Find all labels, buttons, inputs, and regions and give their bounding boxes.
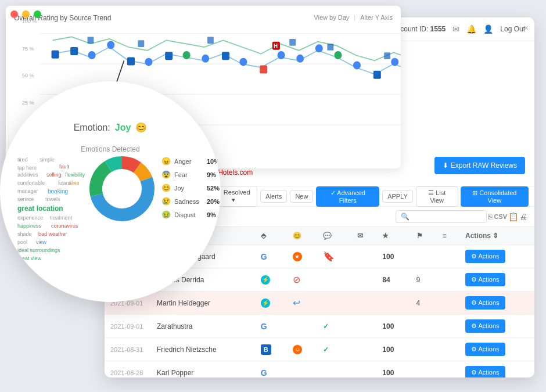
word-simple: simple [39, 157, 55, 163]
donut-chart [87, 154, 157, 224]
disgust-icon: 🤢 [161, 210, 171, 219]
row-bookmark: 🔖 [317, 245, 351, 268]
word-view: view [36, 239, 46, 245]
word-manager: manager [17, 188, 38, 194]
svg-rect-4 [52, 51, 59, 59]
consolidated-view-btn[interactable]: ⊞ Consolidated View [461, 186, 529, 207]
row-flag [411, 315, 437, 338]
row-emotion: ⊘ [287, 268, 317, 292]
row-flag [411, 361, 437, 378]
word-pool: pool [17, 239, 27, 245]
anger-icon: 😠 [161, 157, 171, 166]
row-src1: ⚡ [255, 292, 287, 315]
csv-icon[interactable]: CSV [494, 213, 507, 220]
row-score: 100 [376, 245, 410, 268]
maximize-dot[interactable] [34, 10, 41, 18]
list-view-btn[interactable]: ☰ List View [416, 186, 458, 207]
table-export-icon[interactable]: 📋 [508, 212, 518, 221]
alter-y-axis[interactable]: Alter Y Axis [360, 14, 393, 21]
col-extra1: ⚑ [411, 227, 437, 245]
svg-point-22 [391, 58, 398, 66]
actions-button[interactable]: ⚙ Actions [465, 273, 505, 286]
col-mail: ✉ [351, 227, 377, 245]
window-controls [10, 10, 41, 18]
svg-point-17 [296, 55, 304, 63]
svg-rect-27 [289, 39, 296, 46]
row-mail [351, 361, 377, 378]
logout-button[interactable]: Log Out [500, 25, 525, 33]
search-input-wrap: 🔍 [396, 210, 487, 223]
row-extra [437, 245, 459, 268]
actions-button[interactable]: ⚙ Actions [465, 343, 505, 356]
word-coronavirus: coronavirus [51, 223, 78, 229]
view-by-day[interactable]: View by Day [314, 14, 349, 21]
actions-button[interactable]: ⚙ Actions [465, 296, 505, 310]
panel-close-button[interactable]: × [524, 23, 529, 33]
joy-icon: 😊 [161, 184, 171, 192]
minimize-dot[interactable] [22, 10, 30, 18]
word-towels: towels [45, 196, 60, 202]
emotion-header: Emotion: Joy 😊 [74, 122, 148, 133]
svg-rect-21 [373, 71, 381, 79]
row-mail [351, 315, 377, 338]
row-extra [437, 361, 459, 378]
word-additives: additives [17, 172, 38, 178]
bell-icon[interactable]: 🔔 [466, 24, 476, 34]
row-src1: B [255, 338, 287, 361]
print-icon[interactable]: 🖨 [519, 212, 527, 221]
svg-point-19 [334, 51, 342, 59]
row-score: 100 [376, 361, 410, 378]
actions-button[interactable]: ⚙ Actions [465, 366, 505, 377]
svg-rect-29 [384, 52, 390, 59]
row-score: 100 [376, 315, 410, 338]
row-extra [437, 315, 459, 338]
row-name: Friedrich Nietzsche [151, 338, 255, 361]
export-raw-reviews-button[interactable]: ⬇ Export RAW Reviews [434, 157, 525, 174]
row-flag [411, 338, 437, 361]
new-filter-btn[interactable]: New [290, 190, 313, 203]
user-icon[interactable]: 👤 [483, 24, 493, 34]
row-emotion: ☺ [287, 338, 317, 361]
row-extra [437, 338, 459, 361]
y-axis-labels: 100 % 75 % 50 % 25 % [22, 19, 37, 106]
table-row: 2021-09-01 Zarathustra G ✓ 100 ⚙ Actions [105, 315, 534, 338]
row-flag [411, 245, 437, 268]
alerts-filter-btn[interactable]: Alerts [260, 190, 287, 203]
row-extra [437, 268, 459, 292]
svg-point-12 [202, 55, 209, 63]
account-info: Account ID: 1555 ✉ 🔔 👤 Log Out [392, 24, 525, 34]
emotions-detected-title: Emotions Detected [81, 145, 139, 153]
row-src1: G [255, 245, 287, 268]
advanced-filters-btn[interactable]: ✓ Advanced Filters [316, 186, 379, 207]
row-flag: 4 [411, 292, 437, 315]
search-input[interactable] [412, 213, 482, 221]
row-bookmark: ✓ [317, 338, 351, 361]
legend-fear: 😨 Fear 9% [161, 170, 220, 179]
row-src1: G [255, 315, 287, 338]
row-mail [351, 245, 377, 268]
col-extra2: ≡ [437, 227, 459, 245]
word-ideal: ideal surroundings [17, 247, 60, 253]
svg-rect-13 [222, 52, 229, 60]
svg-point-18 [315, 44, 323, 52]
row-date: 2021-08-28 [105, 361, 151, 378]
email-icon[interactable]: ✉ [452, 24, 459, 34]
actions-button[interactable]: ⚙ Actions [465, 250, 505, 263]
table-row: 2021-08-31 Friedrich Nietzsche B ☺ ✓ 100… [105, 338, 534, 361]
word-great-view: great view [17, 256, 41, 261]
close-dot[interactable] [10, 10, 18, 18]
row-bookmark: ✓ [317, 315, 351, 338]
row-mail [351, 292, 377, 315]
row-bookmark [317, 361, 351, 378]
actions-button[interactable]: ⚙ Actions [465, 319, 505, 333]
apply-filter-btn[interactable]: APPLY [382, 190, 413, 203]
word-bad-weather: bad weather [38, 231, 67, 237]
word-alive: alive [69, 180, 80, 186]
word-shade: shade [17, 231, 32, 237]
word-flexibility: flexibility [65, 172, 85, 178]
word-experience: experience [17, 215, 43, 221]
emotion-bubble: Emotion: Joy 😊 Emotions Detected tired s… [0, 81, 221, 302]
row-action: ⚙ Actions [459, 268, 534, 292]
chart-controls: View by Day | Alter Y Axis [314, 14, 393, 21]
copy-icon[interactable]: ⎘ [488, 212, 493, 221]
